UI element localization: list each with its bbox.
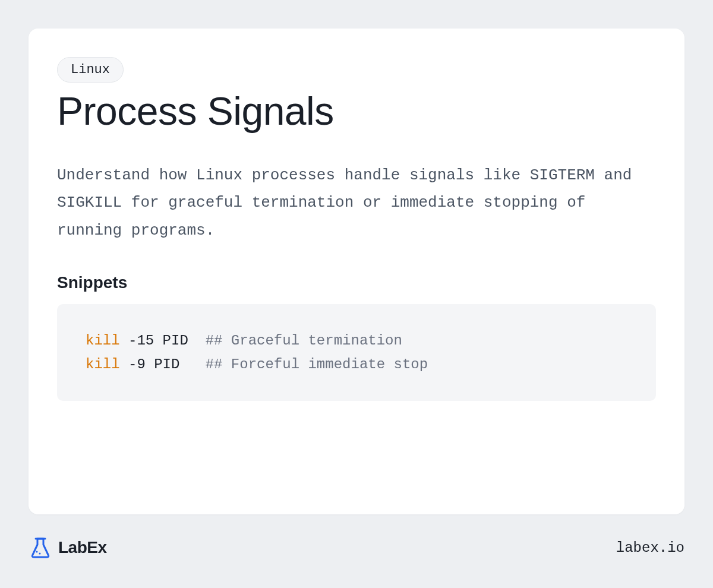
- flask-icon: [29, 536, 52, 559]
- snippets-heading: Snippets: [57, 273, 656, 292]
- footer: LabEx labex.io: [29, 514, 684, 559]
- svg-point-2: [39, 553, 41, 555]
- content-card: Linux Process Signals Understand how Lin…: [29, 29, 684, 514]
- page-title: Process Signals: [57, 90, 656, 133]
- site-url: labex.io: [616, 540, 684, 556]
- code-keyword: kill: [86, 333, 120, 349]
- code-block: kill -15 PID ## Graceful termination kil…: [57, 304, 656, 401]
- brand-name: LabEx: [58, 538, 107, 557]
- svg-point-1: [36, 551, 38, 553]
- description-text: Understand how Linux processes handle si…: [57, 162, 656, 245]
- brand-logo: LabEx: [29, 536, 107, 559]
- code-keyword: kill: [86, 356, 120, 372]
- category-tag: Linux: [57, 57, 124, 83]
- code-comment: ## Forceful immediate stop: [206, 356, 428, 372]
- code-comment: ## Graceful termination: [206, 333, 402, 349]
- code-args: -15 PID: [120, 333, 206, 349]
- code-args: -9 PID: [120, 356, 206, 372]
